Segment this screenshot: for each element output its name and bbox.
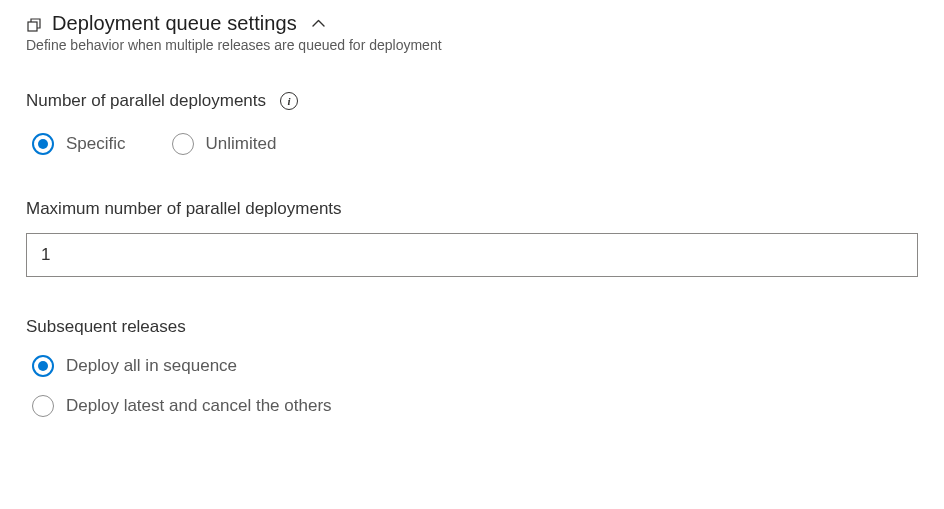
chevron-up-icon[interactable] bbox=[311, 16, 326, 31]
subsequent-releases-section: Subsequent releases Deploy all in sequen… bbox=[26, 317, 918, 417]
radio-circle-icon bbox=[172, 133, 194, 155]
radio-dot-icon bbox=[38, 139, 48, 149]
radio-specific-label: Specific bbox=[66, 134, 126, 154]
parallel-deployments-radio-group: Specific Unlimited bbox=[32, 133, 918, 155]
section-title: Deployment queue settings bbox=[52, 12, 297, 35]
svg-rect-0 bbox=[28, 22, 37, 31]
section-subtitle: Define behavior when multiple releases a… bbox=[26, 37, 918, 53]
subsequent-releases-radio-group: Deploy all in sequence Deploy latest and… bbox=[32, 355, 918, 417]
parallel-deployments-label-row: Number of parallel deployments i bbox=[26, 91, 918, 111]
section-header[interactable]: Deployment queue settings bbox=[26, 12, 918, 35]
radio-deploy-sequence[interactable]: Deploy all in sequence bbox=[32, 355, 918, 377]
radio-deploy-cancel-label: Deploy latest and cancel the others bbox=[66, 396, 332, 416]
subsequent-releases-label: Subsequent releases bbox=[26, 317, 918, 337]
radio-circle-icon bbox=[32, 355, 54, 377]
radio-dot-icon bbox=[38, 361, 48, 371]
queue-icon bbox=[26, 15, 44, 33]
radio-unlimited-label: Unlimited bbox=[206, 134, 277, 154]
radio-circle-icon bbox=[32, 395, 54, 417]
radio-specific[interactable]: Specific bbox=[32, 133, 126, 155]
radio-unlimited[interactable]: Unlimited bbox=[172, 133, 277, 155]
info-icon[interactable]: i bbox=[280, 92, 298, 110]
radio-circle-icon bbox=[32, 133, 54, 155]
max-parallel-input[interactable] bbox=[26, 233, 918, 277]
parallel-deployments-label: Number of parallel deployments bbox=[26, 91, 266, 111]
max-parallel-label: Maximum number of parallel deployments bbox=[26, 199, 918, 219]
radio-deploy-sequence-label: Deploy all in sequence bbox=[66, 356, 237, 376]
radio-deploy-cancel[interactable]: Deploy latest and cancel the others bbox=[32, 395, 918, 417]
